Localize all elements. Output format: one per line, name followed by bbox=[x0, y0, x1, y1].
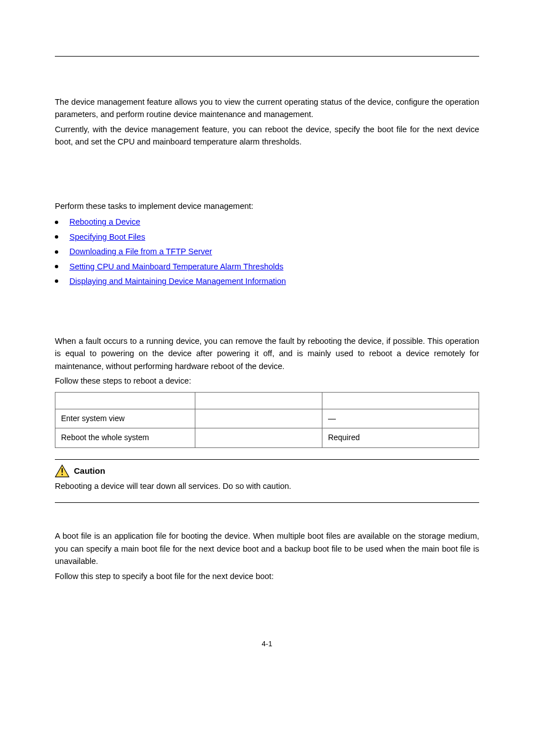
horizontal-rule bbox=[55, 56, 479, 57]
intro-paragraph-2: Currently, with the device management fe… bbox=[55, 123, 479, 148]
reboot-paragraph-2: Follow these steps to reboot a device: bbox=[55, 375, 479, 387]
boot-paragraph-1: A boot file is an application file for b… bbox=[55, 530, 479, 567]
task-item-tftp: Downloading a File from a TFTP Server bbox=[55, 245, 479, 258]
table-header-description bbox=[322, 392, 479, 409]
cell-todo: Reboot the whole system bbox=[55, 428, 195, 448]
task-item-temp-thresholds: Setting CPU and Mainboard Temperature Al… bbox=[55, 260, 479, 273]
page-number: 4-1 bbox=[55, 638, 479, 650]
warning-triangle-icon bbox=[55, 464, 69, 478]
caution-callout: Caution Rebooting a device will tear dow… bbox=[55, 459, 479, 503]
task-item-reboot: Rebooting a Device bbox=[55, 216, 479, 228]
intro-paragraph-1: The device management feature allows you… bbox=[55, 96, 479, 121]
link-downloading-tftp[interactable]: Downloading a File from a TFTP Server bbox=[69, 245, 212, 258]
svg-rect-2 bbox=[62, 474, 63, 475]
boot-paragraph-2: Follow this step to specify a boot file … bbox=[55, 570, 479, 582]
svg-rect-1 bbox=[62, 468, 63, 473]
caution-label: Caution bbox=[74, 464, 105, 477]
link-rebooting-device[interactable]: Rebooting a Device bbox=[69, 216, 140, 228]
cell-description: — bbox=[322, 409, 479, 428]
reboot-section: When a fault occurs to a running device,… bbox=[55, 335, 479, 448]
link-display-maintain[interactable]: Displaying and Maintaining Device Manage… bbox=[69, 275, 286, 287]
caution-text: Rebooting a device will tear down all se… bbox=[55, 480, 479, 492]
bullet-icon bbox=[55, 265, 58, 268]
task-link-list: Rebooting a Device Specifying Boot Files… bbox=[55, 216, 479, 287]
reboot-paragraph-1: When a fault occurs to a running device,… bbox=[55, 335, 479, 372]
task-item-boot-files: Specifying Boot Files bbox=[55, 231, 479, 243]
bullet-icon bbox=[55, 279, 58, 283]
task-item-display-maintain: Displaying and Maintaining Device Manage… bbox=[55, 275, 479, 287]
table-row: Enter system view — bbox=[55, 409, 479, 428]
bullet-icon bbox=[55, 221, 58, 224]
bullet-icon bbox=[55, 235, 58, 239]
cell-todo: Enter system view bbox=[55, 409, 195, 428]
boot-files-section: A boot file is an application file for b… bbox=[55, 530, 479, 582]
link-temperature-thresholds[interactable]: Setting CPU and Mainboard Temperature Al… bbox=[69, 260, 283, 273]
table-header-todo bbox=[55, 392, 195, 409]
cell-description: Required bbox=[322, 428, 479, 448]
cell-command bbox=[195, 409, 322, 428]
table-header-row bbox=[55, 392, 479, 409]
table-header-command bbox=[195, 392, 322, 409]
caution-heading: Caution bbox=[55, 464, 479, 478]
tasks-section: Perform these tasks to implement device … bbox=[55, 200, 479, 288]
table-row: Reboot the whole system Required bbox=[55, 428, 479, 448]
tasks-lead: Perform these tasks to implement device … bbox=[55, 200, 479, 212]
link-specifying-boot-files[interactable]: Specifying Boot Files bbox=[69, 231, 145, 243]
cell-command bbox=[195, 428, 322, 448]
intro-section: The device management feature allows you… bbox=[55, 96, 479, 148]
reboot-steps-table: Enter system view — Reboot the whole sys… bbox=[55, 392, 479, 448]
mdash-text: — bbox=[328, 414, 336, 423]
bullet-icon bbox=[55, 250, 58, 254]
